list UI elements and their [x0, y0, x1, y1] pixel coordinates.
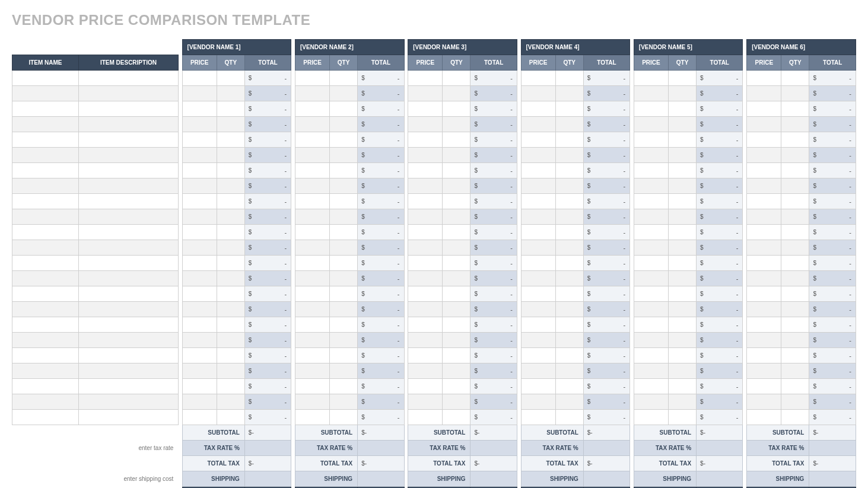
item-desc-cell[interactable]	[78, 302, 178, 317]
qty-cell[interactable]	[781, 363, 809, 379]
price-cell[interactable]	[747, 178, 781, 194]
price-cell[interactable]	[408, 178, 443, 194]
price-cell[interactable]	[747, 394, 781, 410]
item-name-cell[interactable]	[12, 271, 79, 286]
price-cell[interactable]	[408, 101, 443, 117]
qty-cell[interactable]	[443, 209, 470, 225]
qty-cell[interactable]	[217, 209, 244, 225]
item-name-cell[interactable]	[12, 410, 79, 425]
price-cell[interactable]	[295, 348, 329, 363]
footer-input-cell[interactable]	[358, 471, 404, 487]
qty-cell[interactable]	[330, 71, 358, 86]
price-cell[interactable]	[408, 394, 443, 410]
footer-input-cell[interactable]	[244, 441, 291, 456]
qty-cell[interactable]	[217, 333, 244, 348]
price-cell[interactable]	[182, 348, 217, 363]
qty-cell[interactable]	[443, 178, 470, 194]
price-cell[interactable]	[408, 333, 443, 348]
price-cell[interactable]	[634, 71, 668, 86]
qty-cell[interactable]	[217, 271, 244, 286]
price-cell[interactable]	[747, 286, 781, 302]
price-cell[interactable]	[747, 363, 781, 379]
price-cell[interactable]	[521, 71, 555, 86]
price-cell[interactable]	[408, 256, 443, 271]
qty-cell[interactable]	[669, 286, 697, 302]
qty-cell[interactable]	[555, 394, 583, 410]
qty-cell[interactable]	[443, 225, 470, 240]
qty-cell[interactable]	[330, 209, 358, 225]
price-cell[interactable]	[634, 117, 668, 132]
item-name-cell[interactable]	[12, 348, 79, 363]
price-cell[interactable]	[295, 379, 329, 394]
price-cell[interactable]	[521, 101, 555, 117]
qty-cell[interactable]	[669, 317, 697, 333]
qty-cell[interactable]	[330, 256, 358, 271]
price-cell[interactable]	[295, 317, 329, 333]
qty-cell[interactable]	[555, 379, 583, 394]
price-cell[interactable]	[408, 225, 443, 240]
qty-cell[interactable]	[330, 240, 358, 256]
item-name-cell[interactable]	[12, 317, 79, 333]
qty-cell[interactable]	[555, 209, 583, 225]
item-name-cell[interactable]	[12, 394, 79, 410]
price-cell[interactable]	[408, 317, 443, 333]
qty-cell[interactable]	[669, 348, 697, 363]
price-cell[interactable]	[634, 101, 668, 117]
qty-cell[interactable]	[217, 286, 244, 302]
qty-cell[interactable]	[443, 410, 470, 425]
item-desc-cell[interactable]	[78, 317, 178, 333]
qty-cell[interactable]	[443, 317, 470, 333]
qty-cell[interactable]	[443, 86, 470, 101]
price-cell[interactable]	[182, 194, 217, 209]
price-cell[interactable]	[521, 240, 555, 256]
footer-input-cell[interactable]	[470, 471, 517, 487]
price-cell[interactable]	[182, 410, 217, 425]
price-cell[interactable]	[295, 86, 329, 101]
item-desc-cell[interactable]	[78, 286, 178, 302]
qty-cell[interactable]	[330, 86, 358, 101]
price-cell[interactable]	[747, 132, 781, 148]
qty-cell[interactable]	[330, 117, 358, 132]
price-cell[interactable]	[408, 348, 443, 363]
qty-cell[interactable]	[669, 194, 697, 209]
item-name-cell[interactable]	[12, 117, 79, 132]
price-cell[interactable]	[295, 225, 329, 240]
price-cell[interactable]	[182, 163, 217, 178]
qty-cell[interactable]	[330, 410, 358, 425]
price-cell[interactable]	[182, 302, 217, 317]
price-cell[interactable]	[634, 163, 668, 178]
price-cell[interactable]	[747, 194, 781, 209]
footer-input-cell[interactable]	[358, 441, 404, 456]
footer-input-cell[interactable]	[809, 441, 856, 456]
price-cell[interactable]	[182, 333, 217, 348]
price-cell[interactable]	[295, 363, 329, 379]
item-name-cell[interactable]	[12, 302, 79, 317]
price-cell[interactable]	[521, 317, 555, 333]
qty-cell[interactable]	[669, 117, 697, 132]
price-cell[interactable]	[634, 194, 668, 209]
qty-cell[interactable]	[781, 302, 809, 317]
item-desc-cell[interactable]	[78, 379, 178, 394]
item-name-cell[interactable]	[12, 240, 79, 256]
price-cell[interactable]	[408, 302, 443, 317]
price-cell[interactable]	[295, 302, 329, 317]
qty-cell[interactable]	[443, 163, 470, 178]
item-name-cell[interactable]	[12, 379, 79, 394]
price-cell[interactable]	[182, 225, 217, 240]
price-cell[interactable]	[295, 209, 329, 225]
price-cell[interactable]	[408, 410, 443, 425]
item-name-cell[interactable]	[12, 363, 79, 379]
item-desc-cell[interactable]	[78, 194, 178, 209]
price-cell[interactable]	[521, 132, 555, 148]
item-desc-cell[interactable]	[78, 394, 178, 410]
price-cell[interactable]	[747, 240, 781, 256]
qty-cell[interactable]	[217, 194, 244, 209]
qty-cell[interactable]	[217, 240, 244, 256]
price-cell[interactable]	[634, 394, 668, 410]
qty-cell[interactable]	[217, 348, 244, 363]
price-cell[interactable]	[634, 363, 668, 379]
qty-cell[interactable]	[217, 256, 244, 271]
price-cell[interactable]	[634, 271, 668, 286]
item-name-cell[interactable]	[12, 101, 79, 117]
price-cell[interactable]	[521, 209, 555, 225]
